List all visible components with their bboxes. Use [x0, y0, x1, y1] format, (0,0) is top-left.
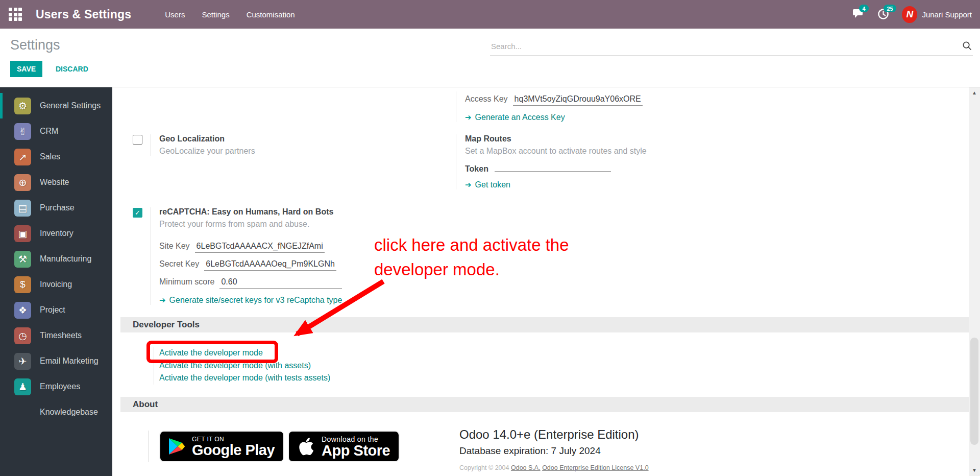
- messages-badge: 4: [859, 5, 868, 12]
- odoo-sa-link[interactable]: Odoo S.A.: [511, 464, 541, 471]
- recaptcha-title: reCAPTCHA: Easy on Humans, Hard on Bots: [159, 207, 342, 217]
- search-input[interactable]: [490, 39, 973, 56]
- link-arrow-icon: ➔: [159, 296, 166, 305]
- sidebar-item-label: Timesheets: [40, 331, 82, 340]
- odoo-version: Odoo 14.0+e (Enterprise Edition): [459, 427, 649, 442]
- geo-localization-desc: GeoLocalize your partners: [159, 147, 255, 156]
- access-key-setting: Access Key hq3MVt5oyZiqGDrouu9aY06xORE ➔…: [456, 91, 643, 122]
- sidebar-item[interactable]: ❖ Project: [0, 297, 112, 323]
- globe-icon: ⊕: [14, 174, 31, 191]
- token-input[interactable]: [495, 170, 611, 172]
- divider: [151, 207, 151, 305]
- developer-tools-header: Developer Tools: [120, 317, 969, 332]
- activate-developer-mode-link[interactable]: Activate the developer mode: [159, 347, 330, 360]
- sidebar-item[interactable]: ♟ Employees: [0, 374, 112, 399]
- user-menu[interactable]: N Junari Support: [902, 6, 972, 23]
- sidebar-item-label: Inventory: [40, 229, 74, 238]
- box-icon: ▣: [14, 225, 31, 242]
- people-icon: ♟: [14, 378, 31, 395]
- activate-developer-mode-link[interactable]: Activate the developer mode (with assets…: [159, 360, 330, 372]
- geo-localization-setting: Geo Localization GeoLocalize your partne…: [133, 134, 255, 156]
- paper-plane-icon: ✈: [14, 353, 31, 370]
- wrench-icon: ⚒: [14, 251, 31, 268]
- app-store-badge[interactable]: Download on the App Store: [288, 431, 400, 462]
- site-key-input[interactable]: 6LeBGTcdAAAAACX_fNGEJZfAmi: [195, 242, 325, 253]
- access-key-input[interactable]: hq3MVt5oyZiqGDrouu9aY06xORE: [513, 94, 643, 106]
- junari-logo: N: [902, 6, 917, 23]
- sidebar-item-label: Purchase: [40, 203, 75, 212]
- sidebar-item[interactable]: ▣ Inventory: [0, 221, 112, 246]
- discard-button[interactable]: DISCARD: [51, 61, 93, 77]
- search-icon[interactable]: [962, 41, 972, 53]
- activate-developer-mode-link[interactable]: Activate the developer mode (with tests …: [159, 372, 330, 385]
- scroll-up-icon[interactable]: ▲: [969, 88, 980, 98]
- copyright-line: Copyright © 2004 Odoo S.A. Odoo Enterpri…: [459, 464, 649, 471]
- sidebar-item-label: Website: [40, 178, 69, 187]
- sidebar-item-label: Manufacturing: [40, 254, 91, 264]
- sidebar-item-label: Knowledgebase: [40, 408, 98, 417]
- topbar-menu: UsersSettingsCustomisation: [165, 10, 295, 19]
- recaptcha-checkbox[interactable]: ✓: [133, 208, 142, 218]
- stopwatch-icon: ◷: [14, 327, 31, 344]
- topbar-menu-item[interactable]: Users: [165, 10, 185, 19]
- recaptcha-setting: ✓ reCAPTCHA: Easy on Humans, Hard on Bot…: [133, 207, 342, 305]
- divider: [151, 134, 151, 156]
- page-title: Settings: [10, 37, 60, 53]
- handshake-icon: ✌: [14, 123, 31, 140]
- sidebar-item[interactable]: ⚒ Manufacturing: [0, 246, 112, 272]
- database-expiration: Database expiration: 7 July 2024: [459, 445, 649, 457]
- about-header: About: [120, 397, 969, 412]
- topbar-right: 4 25 N Junari Support: [853, 6, 972, 23]
- map-routes-setting: Map Routes Set a MapBox account to activ…: [456, 134, 647, 189]
- sidebar-item[interactable]: $ Invoicing: [0, 272, 112, 297]
- app-title: Users & Settings: [36, 8, 131, 21]
- sidebar-item[interactable]: ✌ CRM: [0, 118, 112, 144]
- sidebar-item-label: Sales: [40, 152, 60, 161]
- sidebar-item[interactable]: ▤ Purchase: [0, 195, 112, 221]
- developer-tools-links: Activate the developer modeActivate the …: [154, 347, 330, 385]
- sidebar-item[interactable]: ✈ Email Marketing: [0, 348, 112, 374]
- sidebar-item-label: CRM: [40, 127, 58, 136]
- sidebar-item[interactable]: ↗ Sales: [0, 144, 112, 170]
- topbar-menu-item[interactable]: Customisation: [247, 10, 295, 19]
- token-label: Token: [465, 164, 488, 174]
- secret-key-input[interactable]: 6LeBGTcdAAAAAOeq_Pm9KLGNh: [204, 259, 336, 271]
- searchbar: [490, 39, 973, 56]
- topbar-menu-item[interactable]: Settings: [202, 10, 229, 19]
- secret-key-label: Secret Key: [159, 259, 199, 269]
- google-play-badge[interactable]: GET IT ON Google Play: [159, 431, 284, 462]
- scroll-down-icon[interactable]: ▼: [969, 466, 980, 475]
- geo-localization-title: Geo Localization: [159, 134, 255, 144]
- control-panel: Settings SAVE DISCARD: [0, 29, 980, 87]
- generate-recaptcha-keys-link[interactable]: ➔Generate site/secret keys for v3 reCapt…: [159, 296, 342, 305]
- sidebar-item-label: Email Marketing: [40, 356, 99, 366]
- google-play-icon: [169, 438, 185, 455]
- get-token-link[interactable]: ➔Get token: [465, 180, 510, 189]
- geo-localization-checkbox[interactable]: [133, 135, 142, 145]
- link-arrow-icon: ➔: [465, 113, 472, 122]
- access-key-label: Access Key: [465, 94, 508, 104]
- sidebar-item[interactable]: ⊕ Website: [0, 170, 112, 195]
- settings-content: Access Key hq3MVt5oyZiqGDrouu9aY06xORE ➔…: [112, 87, 969, 476]
- activities-badge: 25: [884, 5, 896, 12]
- map-routes-title: Map Routes: [465, 134, 647, 144]
- gear-icon: ⚙: [14, 98, 31, 114]
- sidebar-item[interactable]: Knowledgebase: [0, 399, 112, 425]
- sales-chart-icon: ↗: [14, 149, 31, 165]
- sidebar-item[interactable]: ◷ Timesheets: [0, 323, 112, 348]
- sidebar-item[interactable]: ⚙ General Settings: [0, 93, 112, 118]
- about-info: Odoo 14.0+e (Enterprise Edition) Databas…: [459, 427, 649, 471]
- store-badges: GET IT ON Google Play Download on the Ap…: [148, 431, 400, 462]
- apps-grid-icon[interactable]: [9, 8, 22, 21]
- map-routes-desc: Set a MapBox account to activate routes …: [465, 147, 647, 156]
- minimum-score-input[interactable]: 0.60: [219, 277, 342, 289]
- activities-icon[interactable]: 25: [877, 8, 891, 20]
- settings-sidebar: ⚙ General Settings ✌ CRM ↗ Sales ⊕ Websi…: [0, 87, 112, 476]
- messages-icon[interactable]: 4: [853, 8, 866, 20]
- save-button[interactable]: SAVE: [10, 61, 42, 77]
- scrollbar[interactable]: ▲ ▼: [969, 87, 980, 476]
- license-link[interactable]: Odoo Enterprise Edition License V1.0: [542, 464, 648, 471]
- user-name: Junari Support: [922, 10, 972, 19]
- generate-access-key-link[interactable]: ➔Generate an Access Key: [465, 113, 565, 122]
- scrollbar-thumb[interactable]: [970, 338, 978, 445]
